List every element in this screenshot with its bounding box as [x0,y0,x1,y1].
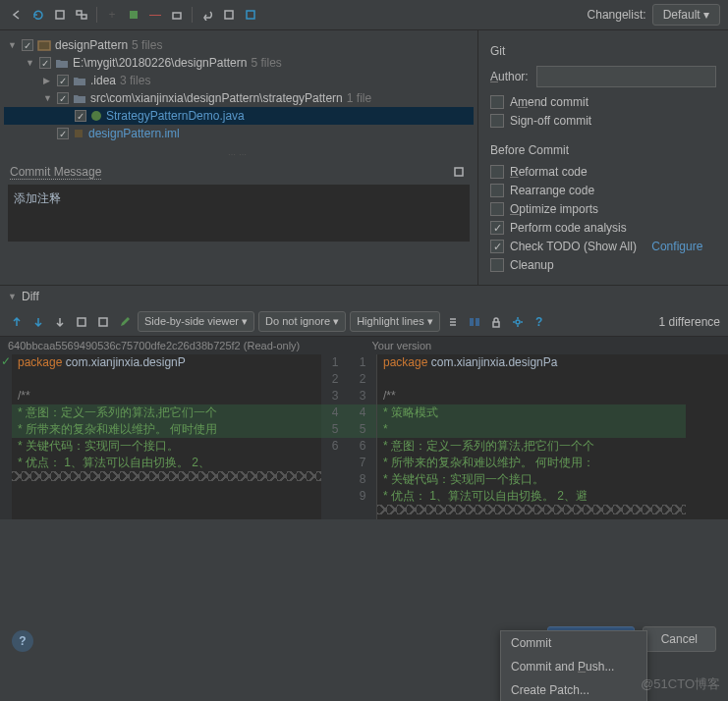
configure-link[interactable]: Configure [651,240,702,253]
prev-diff-icon[interactable] [8,313,26,331]
popup-create-patch[interactable]: Create Patch... [501,678,646,701]
tree-label: src\com\xianjinxia\designPattern\strateg… [90,91,343,105]
svg-rect-9 [75,130,83,137]
back-icon[interactable] [8,6,26,24]
git-header: Git [490,44,716,58]
help-button[interactable]: ? [12,630,33,652]
undo-icon[interactable] [198,6,216,24]
cancel-button[interactable]: Cancel [643,626,716,652]
tree-count: 1 file [347,91,371,105]
left-pane-title: 640bbcaa5569490536c75700dfe2c26d38b725f2… [0,337,364,354]
gutter-check-icon: ✓ [0,354,12,371]
author-input[interactable] [536,66,716,87]
before-header: Before Commit [490,143,716,157]
changelist-icon[interactable] [125,6,142,24]
cleanup-checkbox[interactable] [490,258,504,272]
signoff-label: Sign-off commit [510,114,591,128]
svg-point-8 [91,111,101,121]
group-icon[interactable] [73,6,90,24]
viewer-select[interactable]: Side-by-side viewer ▾ [138,311,254,332]
diff-count: 1 difference [659,315,721,329]
folder-icon [73,75,86,86]
module-icon [37,39,51,51]
svg-rect-12 [99,318,107,326]
svg-rect-5 [225,11,233,19]
amend-label: Amend commit [510,95,588,109]
amend-checkbox[interactable] [490,95,504,109]
diff-icon[interactable] [220,6,238,24]
refresh-icon[interactable] [29,6,47,24]
jump-icon[interactable] [51,313,69,331]
svg-rect-0 [56,11,64,19]
checkbox[interactable] [22,39,33,51]
cleanup-label: Cleanup [510,258,554,272]
collapse-icon[interactable] [444,313,462,331]
checkbox[interactable] [57,75,69,86]
signoff-checkbox[interactable] [490,114,504,128]
svg-rect-11 [78,318,85,326]
move-icon[interactable] [168,6,186,24]
highlight-select[interactable]: Highlight lines ▾ [350,311,440,332]
remove-icon[interactable]: — [146,6,164,24]
edit-icon[interactable] [116,313,134,331]
svg-rect-4 [173,13,181,19]
left-pane[interactable]: package package com.xianjinxia.designPco… [12,354,321,519]
expand-icon[interactable]: ▼ [8,40,18,50]
file-tree: ▼ designPattern 5 files ▼ E:\mygit\20180… [0,30,477,148]
checkbox[interactable] [57,92,69,104]
changelist-select[interactable]: Default ▾ [652,4,720,26]
lock-icon[interactable] [487,313,505,331]
changelist-label: Changelist: [588,8,646,22]
ignore-select[interactable]: Do not ignore ▾ [258,311,346,332]
popup-commit-push[interactable]: Commit and Push... [501,655,646,678]
diff-viewer[interactable]: ✓ package package com.xianjinxia.designP… [0,354,728,519]
rearrange-checkbox[interactable] [490,184,504,197]
sync-icon[interactable] [466,313,483,331]
expand-icon[interactable]: ▼ [26,58,35,68]
right-pane[interactable]: package com.xianjinxia.designPa /** * 策略… [376,354,686,519]
new-icon[interactable] [242,6,259,24]
popup-commit[interactable]: Commit [501,631,646,655]
commit-msg-input[interactable]: 添加注释 [8,185,470,242]
help-icon[interactable]: ? [531,313,548,331]
checkbox[interactable] [57,128,69,139]
reformat-checkbox[interactable] [490,165,504,179]
expand-icon[interactable] [51,6,69,24]
tree-file-selected[interactable]: StrategyPatternDemo.java [4,107,474,125]
checkbox[interactable] [39,57,51,69]
author-label: AAuthor:uthor: [490,70,529,83]
svg-rect-10 [455,168,463,176]
tree-label: designPattern.iml [88,127,180,140]
analysis-label: Perform code analysis [510,221,627,235]
compare-prev-icon[interactable] [73,313,90,331]
compare-next-icon[interactable] [94,313,112,331]
tree-label: .idea [90,74,116,87]
expand-icon[interactable]: ▶ [43,76,53,85]
tree-path[interactable]: ▼ E:\mygit\20180226\designPattern 5 file… [4,54,474,72]
checkbox[interactable] [75,110,86,122]
svg-rect-3 [130,11,138,19]
tree-src[interactable]: ▼ src\com\xianjinxia\designPattern\strat… [4,89,474,107]
svg-rect-13 [470,318,474,326]
folder-icon [55,57,69,69]
tree-label: E:\mygit\20180226\designPattern [73,56,247,70]
add-icon[interactable]: + [103,6,121,24]
analysis-checkbox[interactable] [490,221,504,235]
expand-icon[interactable]: ▼ [43,93,53,103]
optimize-checkbox[interactable] [490,202,504,216]
separator [96,7,97,23]
tree-count: 3 files [120,74,150,87]
optimize-label: Optimize imports [510,202,598,216]
svg-rect-15 [493,322,499,327]
resize-handle[interactable]: ⋯⋯ [0,148,477,161]
next-diff-icon[interactable] [29,313,47,331]
tree-count: 5 files [251,56,281,70]
tree-idea[interactable]: ▶ .idea 3 files [4,72,474,89]
todo-checkbox[interactable] [490,240,504,253]
history-icon[interactable] [450,163,468,181]
right-pane-title: Your version [364,337,440,354]
tree-root[interactable]: ▼ designPattern 5 files [4,36,474,54]
settings-icon[interactable] [509,313,527,331]
diff-expand-icon[interactable]: ▼ [8,292,18,301]
tree-file-iml[interactable]: designPattern.iml [4,125,474,142]
